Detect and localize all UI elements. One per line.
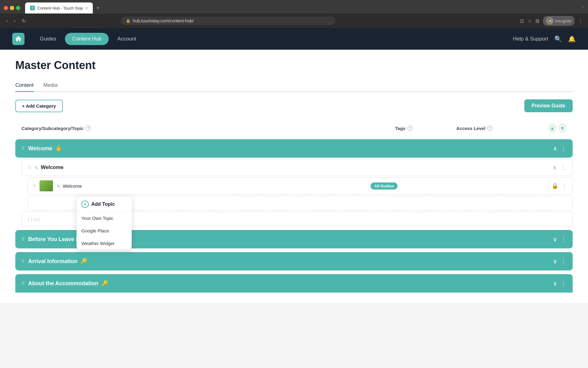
main-content: Master Content Content Media + Add Categ… xyxy=(0,50,588,303)
minimize-traffic-light[interactable] xyxy=(10,6,14,10)
expand-before-leave-button[interactable]: ∨ xyxy=(553,236,557,243)
expand-arrival-button[interactable]: ∨ xyxy=(553,258,557,265)
more-subcat-welcome[interactable]: ⋮ xyxy=(560,164,566,171)
nav-right-section: Help & Support 🔍 🔔 xyxy=(513,35,576,43)
drag-handle-arrival[interactable]: ⠿ xyxy=(21,259,24,264)
app-logo[interactable] xyxy=(12,33,24,45)
content-tabs: Content Media xyxy=(15,79,573,92)
nav-guides[interactable]: Guides xyxy=(34,33,62,44)
sort-controls: ▲ ▼ xyxy=(548,123,567,133)
category-info-icon[interactable]: ? xyxy=(85,125,91,131)
toolbar: + Add Category Preview Guide xyxy=(15,99,573,112)
star-icon[interactable]: ☆ xyxy=(527,18,532,24)
category-row-arrival[interactable]: ⠿ Arrival Information 🔑 ∨ ⋮ xyxy=(15,252,573,270)
category-actions-welcome: ∧ ⋮ xyxy=(553,145,567,152)
drag-handle-before-leave[interactable]: ⠿ xyxy=(21,237,24,242)
welcome-hand-icon: ✋ xyxy=(55,145,62,152)
expand-about-button[interactable]: ∨ xyxy=(553,280,557,287)
add-subcategory-placeholder: ( ) ory xyxy=(28,217,40,222)
forward-button[interactable]: › xyxy=(13,17,17,25)
new-tab-button[interactable]: + xyxy=(94,4,102,13)
topic-title-welcome: Welcome xyxy=(63,183,217,189)
drag-handle-topic-welcome[interactable]: ⠿ xyxy=(33,183,36,188)
drag-handle-subcat-welcome[interactable]: ⠿ xyxy=(28,165,31,170)
help-support-link[interactable]: Help & Support xyxy=(513,36,548,42)
more-arrival-button[interactable]: ⋮ xyxy=(560,258,567,265)
home-icon xyxy=(15,35,22,43)
subcategory-arrow-welcome: ↳ xyxy=(35,165,38,170)
more-before-leave-button[interactable]: ⋮ xyxy=(560,236,567,243)
active-tab[interactable]: T Content Hub - Touch Stay × xyxy=(25,2,93,13)
drag-handle-about[interactable]: ⠿ xyxy=(21,281,24,286)
collapse-subcat-welcome[interactable]: ∧ xyxy=(552,164,557,171)
category-row-about[interactable]: ⠿ About the Accommodation 🔑 ∨ ⋮ xyxy=(15,274,573,293)
maximize-traffic-light[interactable] xyxy=(16,6,20,10)
browser-expand: ⌃ xyxy=(581,6,584,10)
page-title: Master Content xyxy=(15,59,573,72)
more-menu-button[interactable]: ⋮ xyxy=(578,18,583,24)
incognito-button[interactable]: 🕵 Incognito xyxy=(543,16,575,26)
category-title-about: About the Accommodation 🔑 xyxy=(28,280,553,287)
category-row-welcome[interactable]: ⠿ Welcome ✋ ∧ ⋮ xyxy=(15,139,573,158)
lock-icon-welcome: 🔒 xyxy=(552,182,558,189)
add-category-button[interactable]: + Add Category xyxy=(15,100,63,112)
preview-guide-button[interactable]: Preview Guide xyxy=(524,99,573,112)
table-header: Category/Subcategory/Topic ? Tags ? Acce… xyxy=(15,120,573,137)
tags-info-icon[interactable]: ? xyxy=(407,125,413,131)
dropdown-header: + Add Topic xyxy=(77,197,132,212)
more-welcome-button[interactable]: ⋮ xyxy=(560,145,567,152)
add-topic-dropdown: + Add Topic Your Own Topic Google Place … xyxy=(77,197,132,250)
grid-icon[interactable]: ⊞ xyxy=(535,18,539,24)
add-topic-label: Add Topic xyxy=(91,201,115,207)
subcategory-row-welcome[interactable]: ⠿ ↳ Welcome ∧ ⋮ xyxy=(21,159,573,176)
col-header-tags: Tags ? xyxy=(395,125,456,131)
collapse-welcome-button[interactable]: ∧ xyxy=(553,145,557,152)
category-title-welcome: Welcome ✋ xyxy=(28,145,553,152)
traffic-lights xyxy=(4,6,20,10)
add-topic-circle-icon: + xyxy=(81,201,89,208)
col-header-category: Category/Subcategory/Topic ? xyxy=(21,125,395,131)
col-header-access-level: Access Level ? xyxy=(456,125,548,131)
dropdown-item-own-topic[interactable]: Your Own Topic xyxy=(77,212,132,224)
dropdown-item-weather-widget[interactable]: Weather Widget xyxy=(77,237,132,250)
tab-media[interactable]: Media xyxy=(43,79,58,91)
address-bar-area: ‹ › ↻ 🔒 hub.touchstay.com/content-hub/ ⊡… xyxy=(0,13,588,28)
back-button[interactable]: ‹ xyxy=(5,17,9,25)
drag-handle-welcome[interactable]: ⠿ xyxy=(21,146,24,151)
all-guides-badge: All Guides xyxy=(371,182,398,190)
incognito-label: Incognito xyxy=(555,19,571,23)
sort-down-button[interactable]: ▼ xyxy=(558,123,567,133)
browser-action-buttons: ⊡ ☆ ⊞ 🕵 Incognito ⋮ xyxy=(520,16,583,26)
add-topic-area: + Add Topic Your Own Topic Google Place … xyxy=(28,196,573,210)
more-topic-welcome[interactable]: ⋮ xyxy=(561,182,567,190)
search-button[interactable]: 🔍 xyxy=(554,35,562,43)
notifications-button[interactable]: 🔔 xyxy=(568,35,576,43)
subcategory-title-welcome: Welcome xyxy=(41,164,552,171)
refresh-button[interactable]: ↻ xyxy=(21,17,27,25)
nav-links: Guides Content Hub Account xyxy=(34,33,142,45)
tab-close-button[interactable]: × xyxy=(85,6,88,10)
sort-up-button[interactable]: ▲ xyxy=(548,123,556,133)
nav-content-hub[interactable]: Content Hub xyxy=(65,33,109,45)
subcategory-actions-welcome: ∧ ⋮ xyxy=(552,164,566,171)
arrival-icon: 🔑 xyxy=(81,258,87,265)
browser-chrome: T Content Hub - Touch Stay × + ⌃ ‹ › ↻ 🔒… xyxy=(0,0,588,28)
access-level-info-icon[interactable]: ? xyxy=(487,125,493,131)
tab-content[interactable]: Content xyxy=(15,79,34,91)
category-actions-arrival: ∨ ⋮ xyxy=(553,258,567,265)
url-text[interactable]: hub.touchstay.com/content-hub/ xyxy=(133,18,330,23)
category-actions-before-leave: ∨ ⋮ xyxy=(553,236,567,243)
tab-bar: T Content Hub - Touch Stay × + ⌃ xyxy=(0,0,588,13)
category-title-arrival: Arrival Information 🔑 xyxy=(28,258,553,265)
close-traffic-light[interactable] xyxy=(4,6,8,10)
dropdown-item-google-place[interactable]: Google Place xyxy=(77,224,132,237)
nav-account[interactable]: Account xyxy=(111,33,142,44)
category-actions-about: ∨ ⋮ xyxy=(553,280,567,287)
topic-row-welcome[interactable]: ⠿ ↳ Welcome All Guides 🔒 ⋮ xyxy=(28,177,573,194)
cast-icon[interactable]: ⊡ xyxy=(520,18,524,24)
app-navigation: Guides Content Hub Account Help & Suppor… xyxy=(0,28,588,50)
more-about-button[interactable]: ⋮ xyxy=(560,280,567,287)
tab-favicon: T xyxy=(30,6,35,10)
topic-thumbnail-welcome xyxy=(40,180,53,191)
about-icon: 🔑 xyxy=(101,280,108,287)
